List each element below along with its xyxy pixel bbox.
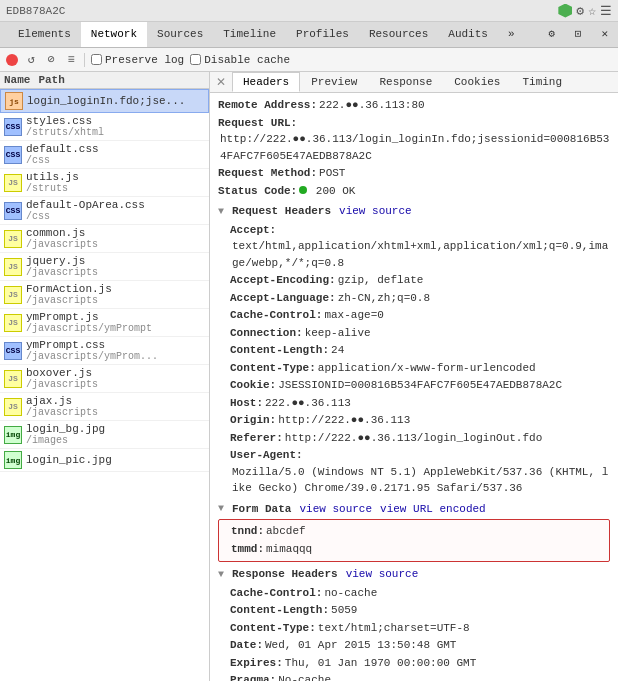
file-type-icon: JS [4,174,22,192]
disable-cache-label[interactable]: Disable cache [190,54,290,66]
form-data-view-url-encoded[interactable]: view URL encoded [380,501,486,518]
list-item[interactable]: JS utils.js /struts [0,169,209,197]
file-name: FormAction.js [26,283,112,295]
file-path: /javascripts [26,407,98,418]
file-type-icon: js [5,92,23,110]
file-name: ymPrompt.js [26,311,152,323]
tab-audits[interactable]: Audits [438,22,498,47]
request-header-row: Content-Length: 24 [230,342,610,359]
list-item[interactable]: CSS ymPrompt.css /javascripts/ymProm... [0,337,209,365]
file-path: /images [26,435,105,446]
file-info: login_pic.jpg [26,454,112,466]
request-header-row: Content-Type: application/x-www-form-url… [230,360,610,377]
req-header-key: Content-Type: [230,360,316,377]
list-item[interactable]: img login_bg.jpg /images [0,421,209,449]
panel-tab-response[interactable]: Response [368,72,443,92]
req-header-key: Origin: [230,412,276,429]
list-item[interactable]: JS ajax.js /javascripts [0,393,209,421]
file-info: ajax.js /javascripts [26,395,98,418]
list-item[interactable]: JS jquery.js /javascripts [0,253,209,281]
file-name: common.js [26,227,98,239]
resp-header-key: Expires: [230,655,283,672]
resp-header-val: 5059 [331,602,357,619]
file-info: boxover.js /javascripts [26,367,98,390]
file-type-icon: CSS [4,118,22,136]
devtools-settings[interactable]: ⚙ [538,22,565,47]
toolbar: ↺ ⊘ ≡ Preserve log Disable cache [0,48,618,72]
list-item[interactable]: JS common.js /javascripts [0,225,209,253]
preserve-log-checkbox[interactable] [91,54,102,65]
disable-cache-checkbox[interactable] [190,54,201,65]
devtools-close[interactable]: ✕ [591,22,618,47]
req-header-key: Accept-Language: [230,290,336,307]
request-header-row: Cookie: JSESSIONID=000816B534FAFC7F605E4… [230,377,610,394]
request-header-row: Cache-Control: max-age=0 [230,307,610,324]
list-item[interactable]: img login_pic.jpg [0,449,209,472]
file-info: ymPrompt.css /javascripts/ymProm... [26,339,158,362]
form-data-view-source[interactable]: view source [299,501,372,518]
list-item[interactable]: js login_loginIn.fdo;jse... [0,89,209,113]
request-headers-view-source[interactable]: view source [339,203,412,220]
request-method-row: Request Method: POST [218,165,610,182]
file-path: /struts [26,183,79,194]
file-type-icon: CSS [4,146,22,164]
panel-tab-cookies[interactable]: Cookies [443,72,511,92]
request-header-row: Connection: keep-alive [230,325,610,342]
form-data-section[interactable]: ▼ Form Data view source view URL encoded [218,501,610,518]
file-type-icon: JS [4,370,22,388]
file-type-icon: JS [4,398,22,416]
response-headers-view-source[interactable]: view source [346,566,419,583]
file-list-header: Name Path [0,72,209,89]
file-name: styles.css [26,115,104,127]
response-header-row: Pragma: No-cache [230,672,610,681]
list-item[interactable]: JS ymPrompt.js /javascripts/ymPrompt [0,309,209,337]
request-headers-items: Accept: text/html,application/xhtml+xml,… [218,222,610,497]
file-name: ajax.js [26,395,98,407]
tab-more[interactable]: » [498,22,525,47]
list-item[interactable]: CSS default-OpArea.css /css [0,197,209,225]
resp-header-key: Content-Type: [230,620,316,637]
panel-tab-headers[interactable]: Headers [232,72,300,92]
tab-sources[interactable]: Sources [147,22,213,47]
list-item[interactable]: JS boxover.js /javascripts [0,365,209,393]
detail-content: Remote Address: 222.●●.36.113:80 Request… [210,93,618,681]
req-header-val: JSESSIONID=000816B534FAFC7F605E47AEDB878… [278,377,562,394]
request-url-val: http://222.●●.36.113/login_loginIn.fdo;j… [220,131,610,164]
list-item[interactable]: CSS default.css /css [0,141,209,169]
preserve-log-label[interactable]: Preserve log [91,54,184,66]
form-data-box: tnnd: abcdeftmmd: mimaqqq [218,519,610,562]
list-item[interactable]: JS FormAction.js /javascripts [0,281,209,309]
file-info: utils.js /struts [26,171,79,194]
file-info: login_loginIn.fdo;jse... [27,95,185,107]
file-name: default-OpArea.css [26,199,145,211]
request-headers-section[interactable]: ▼ Request Headers view source [218,203,610,220]
refresh-button[interactable]: ↺ [24,53,38,67]
filter-button[interactable]: ⊘ [44,53,58,67]
tab-resources[interactable]: Resources [359,22,438,47]
request-method-key: Request Method: [218,165,317,182]
file-path: /css [26,155,99,166]
panel-tab-preview[interactable]: Preview [300,72,368,92]
tab-elements[interactable]: Elements [8,22,81,47]
panel-tab-timing[interactable]: Timing [511,72,573,92]
record-button[interactable] [6,54,18,66]
tab-network[interactable]: Network [81,22,147,47]
response-headers-label: Response Headers [232,566,338,583]
resp-header-val: Wed, 01 Apr 2015 13:50:48 GMT [265,637,456,654]
tab-profiles[interactable]: Profiles [286,22,359,47]
tab-timeline[interactable]: Timeline [213,22,286,47]
separator [84,53,85,67]
file-info: ymPrompt.js /javascripts/ymPrompt [26,311,152,334]
file-info: common.js /javascripts [26,227,98,250]
response-headers-section[interactable]: ▼ Response Headers view source [218,566,610,583]
req-header-val: keep-alive [305,325,371,342]
file-type-icon: img [4,426,22,444]
list-button[interactable]: ≡ [64,53,78,67]
req-header-key: User-Agent: [230,447,303,464]
devtools-layout[interactable]: ⊡ [565,22,592,47]
form-data-val: mimaqqq [266,541,312,558]
right-panel: ✕ Headers Preview Response Cookies Timin… [210,72,618,681]
list-item[interactable]: CSS styles.css /struts/xhtml [0,113,209,141]
request-header-row: Host: 222.●●.36.113 [230,395,610,412]
panel-close-button[interactable]: ✕ [210,73,232,91]
